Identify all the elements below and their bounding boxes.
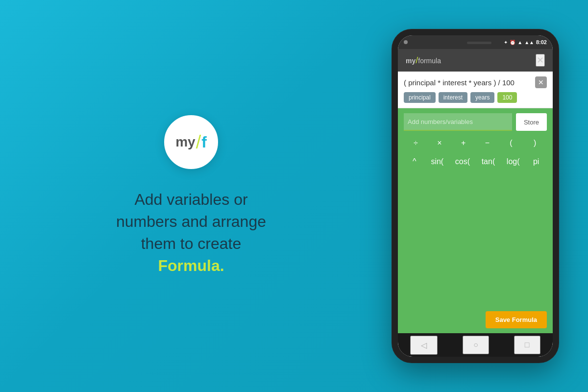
- power-button[interactable]: ^: [406, 154, 423, 169]
- logo-my-text: my: [175, 134, 195, 150]
- multiply-button[interactable]: ×: [431, 136, 448, 150]
- bluetooth-icon: ✦: [504, 40, 508, 45]
- wifi-icon: ▲: [517, 40, 522, 45]
- tag-interest[interactable]: interest: [439, 92, 467, 103]
- nav-bar: ◁ ○ □: [398, 333, 553, 357]
- input-row: Store: [404, 113, 547, 131]
- logo: my / f: [175, 133, 207, 151]
- open-paren-button[interactable]: (: [502, 136, 520, 150]
- store-button[interactable]: Store: [516, 113, 547, 131]
- calc-row-2: ^ sin( cos( tan( log( pi: [404, 154, 547, 169]
- calc-buttons: ÷ × + − ( ) ^ sin( cos( tan( log( pi: [404, 136, 547, 307]
- app-title: my / formula: [406, 55, 441, 66]
- cos-button[interactable]: cos(: [451, 154, 474, 169]
- tagline-line3: them to create: [141, 235, 242, 252]
- formula-area: ( principal * interest * years ) / 100 ✕…: [398, 72, 553, 108]
- tagline: Add variables or numbers and arrange the…: [116, 189, 266, 276]
- tags-row: principal interest years 100: [404, 92, 547, 105]
- save-formula-button[interactable]: Save Formula: [486, 311, 547, 328]
- tagline-line2: numbers and arrange: [116, 213, 266, 230]
- formula-expression: ( principal * interest * years ) / 100: [404, 78, 535, 87]
- alarm-icon: ⏰: [510, 40, 515, 45]
- pi-button[interactable]: pi: [527, 154, 545, 169]
- close-paren-button[interactable]: ): [526, 136, 544, 150]
- variable-input[interactable]: [404, 113, 512, 131]
- clear-icon: ✕: [538, 78, 544, 86]
- tagline-highlight: Formula.: [158, 257, 224, 274]
- phone-frame: ✦ ⏰ ▲ ▲▲ 8:02 my / formula ✕ ( p: [392, 29, 559, 363]
- logo-f-text: f: [201, 133, 207, 151]
- save-row: Save Formula: [404, 307, 547, 328]
- logo-circle: my / f: [164, 115, 218, 169]
- calc-row-1: ÷ × + − ( ): [404, 136, 547, 150]
- logo-slash: /: [196, 133, 201, 151]
- tan-button[interactable]: tan(: [478, 154, 499, 169]
- speaker: [467, 42, 491, 44]
- status-left: [404, 40, 410, 44]
- status-indicator: [404, 40, 408, 44]
- camera: [459, 41, 463, 45]
- app-title-formula: formula: [418, 57, 441, 65]
- app-title-my: my: [406, 57, 416, 65]
- left-panel: my / f Add variables or numbers and arra…: [0, 96, 382, 296]
- phone-screen: ✦ ⏰ ▲ ▲▲ 8:02 my / formula ✕ ( p: [398, 35, 553, 357]
- right-panel: ✦ ⏰ ▲ ▲▲ 8:02 my / formula ✕ ( p: [382, 29, 588, 363]
- log-button[interactable]: log(: [503, 154, 524, 169]
- tag-years[interactable]: years: [470, 92, 494, 103]
- formula-display: ( principal * interest * years ) / 100 ✕: [404, 76, 547, 88]
- signal-icon: ▲▲: [524, 40, 534, 45]
- subtract-button[interactable]: −: [478, 136, 496, 150]
- clear-button[interactable]: ✕: [535, 76, 547, 88]
- phone-top: [451, 40, 500, 45]
- status-time: 8:02: [536, 39, 547, 45]
- tag-principal[interactable]: principal: [404, 92, 436, 103]
- nav-back-button[interactable]: ◁: [410, 336, 438, 355]
- app-bar: my / formula ✕: [398, 49, 553, 72]
- tagline-line1: Add variables or: [134, 191, 247, 208]
- status-right: ✦ ⏰ ▲ ▲▲ 8:02: [504, 39, 547, 45]
- calculator-area: Store ÷ × + − ( ) ^ sin( cos(: [398, 108, 553, 333]
- sin-button[interactable]: sin(: [427, 154, 447, 169]
- tag-100[interactable]: 100: [497, 92, 517, 103]
- nav-recent-button[interactable]: □: [514, 336, 540, 354]
- add-button[interactable]: +: [455, 136, 472, 150]
- nav-home-button[interactable]: ○: [463, 336, 489, 354]
- close-button[interactable]: ✕: [536, 54, 545, 67]
- divide-button[interactable]: ÷: [407, 136, 424, 150]
